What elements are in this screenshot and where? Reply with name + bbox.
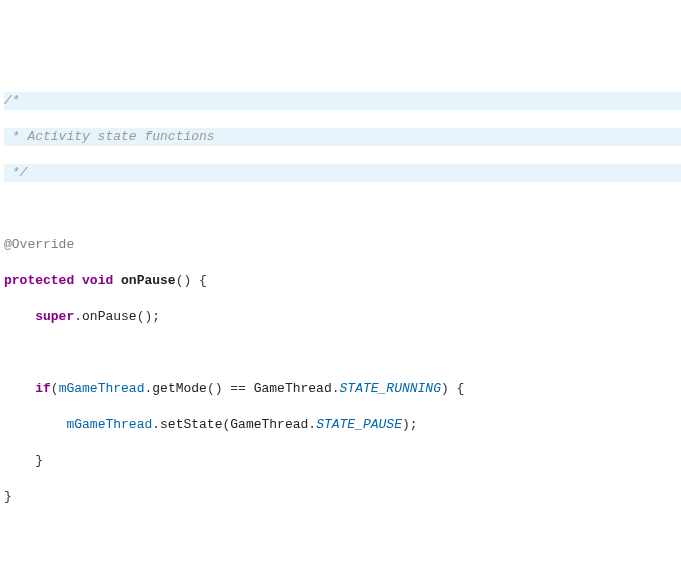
code-block: /* * Activity state functions */ @Overri… bbox=[0, 72, 681, 584]
blank-line bbox=[4, 344, 681, 362]
code-line: } bbox=[4, 488, 681, 506]
code-line: super.onPause(); bbox=[4, 308, 681, 326]
comment-line: * Activity state functions bbox=[4, 128, 681, 146]
annotation-line: @Override bbox=[4, 236, 681, 254]
blank-line bbox=[4, 560, 681, 578]
code-line: } bbox=[4, 452, 681, 470]
method-signature: protected void onPause() { bbox=[4, 272, 681, 290]
blank-line bbox=[4, 200, 681, 218]
comment-line: /* bbox=[4, 92, 681, 110]
code-line: if(mGameThread.getMode() == GameThread.S… bbox=[4, 380, 681, 398]
blank-line bbox=[4, 524, 681, 542]
code-line: mGameThread.setState(GameThread.STATE_PA… bbox=[4, 416, 681, 434]
comment-line: */ bbox=[4, 164, 681, 182]
